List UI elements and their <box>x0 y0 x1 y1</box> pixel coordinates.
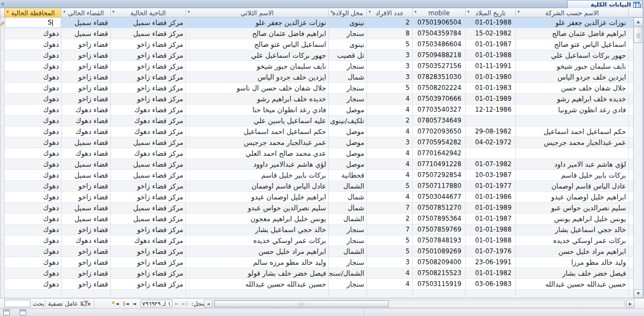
cell-birth-date[interactable]: 03-06-1983 <box>465 279 515 290</box>
cell-mobile[interactable]: 07507859769 <box>412 224 465 235</box>
cell-full-name[interactable]: لؤي هاشم عبدالامير داوود <box>185 159 328 170</box>
cell-mobile[interactable]: 07503115919 <box>412 279 465 290</box>
cell-members[interactable]: 4 <box>366 170 412 181</box>
cell-birth-date[interactable]: 01-07-1982 <box>465 159 515 170</box>
dropdown-icon[interactable]: ▾ <box>63 9 65 14</box>
cell-company[interactable]: وليد خالد مطو مرزا <box>515 257 628 268</box>
cell-nahia[interactable]: مركز قضاء زاخو <box>110 268 185 279</box>
cell-full-name[interactable]: عمر عبدالجبار محمد جرجيس <box>185 137 328 148</box>
cell-qadha[interactable]: قضاء زاخو <box>61 39 110 50</box>
cell-governorate[interactable]: دهوك <box>4 105 61 116</box>
column-header-mobile[interactable]: ▾mobile <box>412 8 465 17</box>
column-header-full-name[interactable]: ▾الاسم الثلاثي <box>185 8 328 17</box>
cell-birth-date[interactable]: 01-01-1989 <box>465 203 515 214</box>
table-row[interactable]: خالد حجي اسماعيل بشار01-01-1988075078597… <box>0 224 644 235</box>
cell-company[interactable]: ايزدين خلف جردو الياس <box>515 72 628 83</box>
cell-members[interactable]: 3 <box>366 72 412 83</box>
tab-total-data[interactable]: البيانات الكلية <box>567 0 642 8</box>
cell-birth-date[interactable] <box>465 290 515 298</box>
cell-mobile[interactable]: 07702093650 <box>412 126 465 137</box>
dropdown-icon[interactable]: ▾ <box>414 9 417 14</box>
cell-birth-date[interactable]: 01-01-1987 <box>465 39 515 50</box>
cell-members[interactable]: 3 <box>366 137 412 148</box>
cell-mobile[interactable]: 07503527156 <box>412 61 465 72</box>
cell-selector[interactable] <box>0 137 4 148</box>
cell-governorate[interactable]: دهوك <box>4 61 61 72</box>
cell-birth-date[interactable] <box>465 148 515 159</box>
cell-full-name[interactable]: سليم نصرالدين حواس عبدو <box>185 203 328 214</box>
cell-members[interactable]: 5 <box>366 83 412 94</box>
cell-company[interactable]: فادي رعد انطون شرونيا <box>515 105 628 116</box>
cell-selector[interactable] <box>0 181 4 192</box>
cell-governorate[interactable]: دهوك <box>4 246 61 257</box>
cell-nahia[interactable]: مركز قضاء زاخو <box>110 246 185 257</box>
cell-birthplace[interactable]: الشمال <box>328 246 366 257</box>
cell-birthplace[interactable]: سنجار <box>328 94 366 105</box>
table-row[interactable]: نوزات عزالدين جعفر علو01-01-198807501906… <box>0 17 644 28</box>
cell-qadha[interactable]: قضاء سميل <box>61 170 110 181</box>
cell-birth-date[interactable]: 01-01-1989 <box>465 94 515 105</box>
cell-full-name[interactable]: وليد خالد مطو مرزه سالم <box>185 257 328 268</box>
column-header-company[interactable]: ▾الاسم حسب الشركة <box>515 8 628 17</box>
new-record-button[interactable]: *◄ <box>112 299 119 309</box>
cell-selector[interactable]: ✎ <box>0 17 4 28</box>
cell-company[interactable]: خديده خلف ابراهيم رشو <box>515 94 628 105</box>
cell-members[interactable]: 7 <box>366 224 412 235</box>
cell-company[interactable] <box>515 290 628 298</box>
cell-mobile[interactable]: 07828351030 <box>412 72 465 83</box>
cell-selector[interactable] <box>0 61 4 72</box>
table-row[interactable]: ابراهيم فاضل عثمان صالح15-02-19820750435… <box>0 28 644 39</box>
cell-nahia[interactable]: مركز قضاء زاخو <box>110 279 185 290</box>
cell-full-name[interactable]: نوزات عزالدين جعفر علو <box>185 17 328 28</box>
cell-full-name[interactable]: عدي محمد صالح احمد العلي <box>185 148 328 159</box>
cell-company[interactable]: عادل الياس قاسم اوصمان <box>515 181 628 192</box>
nav-pane-shutter-icon[interactable]: « <box>1 0 4 8</box>
cell-birth-date[interactable]: 01-01-1988 <box>465 50 515 61</box>
cell-birth-date[interactable]: 01-01-1980 <box>465 72 515 83</box>
cell-full-name[interactable] <box>185 290 328 298</box>
cell-governorate[interactable]: دهوك <box>4 192 61 203</box>
table-row[interactable]: 077016429424موصلعدي محمد صالح احمد العلي… <box>0 148 644 159</box>
cell-members[interactable]: 3 <box>366 50 412 61</box>
cell-nahia[interactable]: مركز قضاء زاخو <box>110 192 185 203</box>
cell-company[interactable]: ابراهيم خليل اوصمان عيدو <box>515 192 628 203</box>
table-row[interactable]: لحكم اسماعيل احمد اسماعيل29-08-198207702… <box>0 126 644 137</box>
cell-birth-date[interactable] <box>465 116 515 126</box>
cell-nahia[interactable]: مركز قضاء سميل <box>110 203 185 214</box>
cell-mobile[interactable]: 07507848193 <box>412 235 465 246</box>
cell-nahia[interactable]: مركز قضاء دهوك <box>110 126 185 137</box>
filter-toggle-button[interactable]: بلا عامل تصفية <box>48 299 85 309</box>
cell-qadha[interactable]: قضاء زاخو <box>61 224 110 235</box>
cell-birth-date[interactable]: 23-06-1991 <box>465 257 515 268</box>
cell-governorate[interactable]: دهوك <box>4 214 61 224</box>
cell-qadha[interactable]: قضاء سميل <box>61 203 110 214</box>
cell-birthplace[interactable] <box>328 290 366 298</box>
cell-qadha[interactable]: قضاء زاخو <box>61 72 110 83</box>
next-record-button[interactable]: ◄ <box>133 299 136 309</box>
cell-selector[interactable] <box>0 28 4 39</box>
cell-members[interactable]: 2 <box>366 17 412 28</box>
cell-selector[interactable] <box>0 148 4 159</box>
cell-mobile[interactable]: 07504359784 <box>412 28 465 39</box>
cell-birth-date[interactable]: 01-01-1977 <box>465 181 515 192</box>
cell-members[interactable] <box>366 290 412 298</box>
cell-members[interactable]: 4 <box>366 94 412 105</box>
cell-company[interactable] <box>515 148 628 159</box>
cell-governorate[interactable]: دهوك <box>4 235 61 246</box>
cell-qadha[interactable]: قضاء دهوك <box>61 126 110 137</box>
table-row[interactable]: عادل الياس قاسم اوصمان01-01-197707507117… <box>0 181 644 192</box>
table-row[interactable]: خديده خلف ابراهيم رشو01-01-1989075039706… <box>0 94 644 105</box>
cell-full-name[interactable]: عليه اسماعيل ياسين علي <box>185 116 328 126</box>
cell-members[interactable]: 4 <box>366 279 412 290</box>
cell-full-name[interactable]: ايزدين خلف جردو الياس <box>185 72 328 83</box>
cell-qadha[interactable]: قضاء زاخو <box>61 50 110 61</box>
cell-nahia[interactable]: مركز قضاء زاخو <box>110 50 185 61</box>
cell-nahia[interactable]: مركز قضاء زاخو <box>110 224 185 235</box>
column-header-fragment[interactable] <box>628 8 644 17</box>
cell-mobile[interactable]: 07501089269 <box>412 246 465 257</box>
cell-members[interactable]: 5 <box>366 39 412 50</box>
cell-full-name[interactable]: عادل الياس قاسم اوصمان <box>185 181 328 192</box>
cell-members[interactable]: 7 <box>366 203 412 214</box>
cell-qadha[interactable]: قضاء زاخو <box>61 61 110 72</box>
table-row[interactable]: بركات عمر اوسكي خديده01-01-1988075078481… <box>0 235 644 246</box>
